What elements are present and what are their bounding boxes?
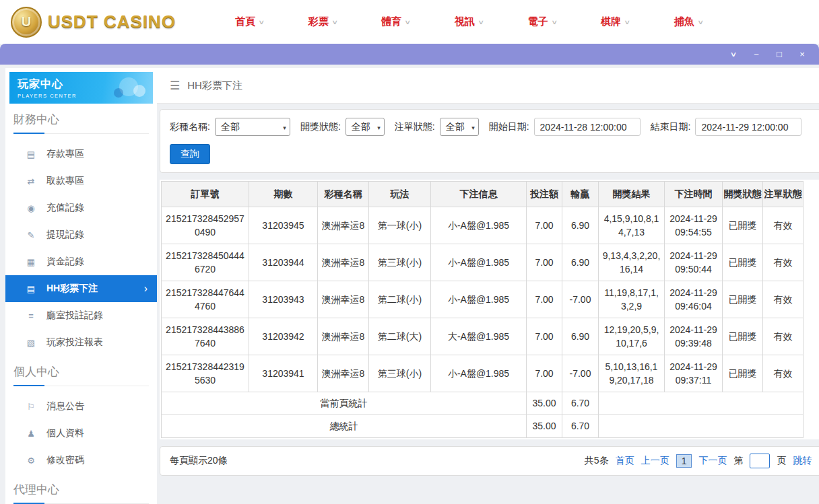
cell: 5,10,13,16,19,20,17,18 <box>599 355 665 392</box>
cell: 第二球(大) <box>369 318 431 355</box>
nav-item-cards[interactable]: 棋牌∨ <box>601 15 630 28</box>
per-page-info: 每頁顯示20條 <box>170 455 228 467</box>
cell: 大-A盤@1.985 <box>431 318 527 355</box>
cell: 2024-11-29 09:39:48 <box>665 318 723 355</box>
sidebar-item-withdrawal-record[interactable]: ✎ 提現記錄 <box>5 221 157 248</box>
sidebar-item-change-password[interactable]: ⚙ 修改密碼 <box>5 447 157 474</box>
cell: 2024-11-29 09:54:55 <box>665 207 723 244</box>
pager: 共5条 首页 上一页 1 下一页 第 页 跳转 <box>585 454 812 468</box>
cell: 小-A盤@1.985 <box>431 207 527 244</box>
page-title: HH彩票下注 <box>187 79 242 92</box>
pagination-bar: 每頁顯示20條 共5条 首页 上一页 1 下一页 第 页 跳转 <box>160 446 819 476</box>
order-status-select[interactable]: 全部 ▾ <box>440 118 479 136</box>
sidebar-item-label: 修改密碼 <box>46 454 84 466</box>
cell: 已開獎 <box>723 244 763 281</box>
bets-table-panel: 訂單號 期數 彩種名稱 玩法 下注信息 投注額 輸贏 開獎結果 下注時間 開獎狀… <box>160 180 819 439</box>
page-summary-row: 當前頁統計 35.00 6.70 <box>162 392 804 415</box>
finance-menu: ▤ 存款專區 ⇄ 取款專區 ◉ 充值記錄 ✎ 提現記錄 ▦ 資金記錄 <box>5 141 157 356</box>
nav-item-lottery[interactable]: 彩票∨ <box>308 15 337 28</box>
table-row: 2152173284438867640 31203942 澳洲幸运8 第二球(大… <box>162 318 804 355</box>
col-header: 投注額 <box>527 182 562 207</box>
current-page[interactable]: 1 <box>676 454 692 468</box>
nav-item-sports[interactable]: 體育∨ <box>381 15 410 28</box>
end-date-input[interactable] <box>695 118 801 136</box>
cell: 小-A盤@1.985 <box>431 355 527 392</box>
sidebar-item-deposit[interactable]: ▤ 存款專區 <box>5 141 157 168</box>
sidebar: 玩家中心 PLAYERS CENTER 財務中心 ▤ 存款專區 ⇄ 取款專區 <box>5 68 157 504</box>
brand[interactable]: U USDT CASINO <box>11 7 176 38</box>
sidebar-item-label: 取款專區 <box>46 175 84 187</box>
logo-letter: U <box>22 14 31 30</box>
table-row: 2152173284476444760 31203943 澳洲幸运8 第二球(小… <box>162 281 804 318</box>
menu-icon[interactable]: ☰ <box>170 79 180 93</box>
cell: 有效 <box>763 244 804 281</box>
section-title-agent: 代理中心 <box>13 482 149 504</box>
sidebar-item-hh-lottery-bets[interactable]: ▤ HH彩票下注 › <box>5 275 157 302</box>
total-summary-winloss: 6.70 <box>562 415 599 438</box>
search-button[interactable]: 查詢 <box>170 144 210 164</box>
col-header: 開獎結果 <box>599 182 665 207</box>
jump-button[interactable]: 跳转 <box>793 455 812 467</box>
end-date-label: 結束日期: <box>651 121 691 133</box>
page-jump-input[interactable] <box>750 454 770 468</box>
col-header: 開獎狀態 <box>723 182 763 207</box>
players-center-title: 玩家中心 <box>18 77 77 92</box>
nav-item-live[interactable]: 視訊∨ <box>455 15 484 28</box>
select-caret-icon: ▾ <box>377 124 381 131</box>
start-date-label: 開始日期: <box>489 121 529 133</box>
draw-status-value: 全部 <box>352 121 370 133</box>
cell: 第三球(小) <box>369 244 431 281</box>
first-page-link[interactable]: 首页 <box>616 455 634 467</box>
draw-status-select[interactable]: 全部 ▾ <box>346 118 385 136</box>
window-maximize-icon[interactable]: □ <box>773 50 785 59</box>
cell: -7.00 <box>562 281 599 318</box>
breadcrumb: ☰ HH彩票下注 <box>157 68 819 104</box>
sidebar-item-funds-record[interactable]: ▦ 資金記錄 <box>5 248 157 275</box>
chevron-down-icon: ∨ <box>478 19 484 26</box>
cell: 第三球(小) <box>369 355 431 392</box>
nav-item-fishing[interactable]: 捕魚∨ <box>674 15 703 28</box>
players-center-subtitle: PLAYERS CENTER <box>18 93 77 99</box>
start-date-input[interactable] <box>534 118 641 136</box>
cell: -7.00 <box>562 355 599 392</box>
nav-label: 棋牌 <box>601 15 621 28</box>
cell: 已開獎 <box>723 281 763 318</box>
top-navigation-bar: U USDT CASINO 首頁∨ 彩票∨ 體育∨ 視訊∨ 電子∨ 棋牌∨ 捕魚… <box>0 0 819 44</box>
brand-title: USDT CASINO <box>48 11 176 32</box>
chevron-down-icon: ∨ <box>331 19 338 26</box>
cell: 有效 <box>763 355 804 392</box>
col-header: 期數 <box>249 182 318 207</box>
withdrawal-record-icon: ✎ <box>26 230 36 240</box>
sidebar-item-announcements[interactable]: ⚐ 消息公告 <box>5 393 157 420</box>
lottery-name-value: 全部 <box>221 121 240 133</box>
sidebar-item-withdraw[interactable]: ⇄ 取款專區 <box>5 168 157 194</box>
select-caret-icon: ▾ <box>283 124 286 131</box>
cell: 已開獎 <box>723 318 763 355</box>
table-row: 2152173284423195630 31203941 澳洲幸运8 第三球(小… <box>162 355 804 392</box>
lottery-name-select[interactable]: 全部 ▾ <box>215 118 290 136</box>
cell: 2152173284423195630 <box>162 355 249 392</box>
personal-menu: ⚐ 消息公告 ♟ 個人資料 ⚙ 修改密碼 <box>5 393 157 474</box>
players-center-title-block: 玩家中心 PLAYERS CENTER <box>18 77 77 99</box>
cell: 6.90 <box>562 244 599 281</box>
nav-label: 體育 <box>381 15 401 28</box>
col-header: 玩法 <box>369 182 431 207</box>
sidebar-item-room-bet-record[interactable]: ≡ 廳室投註記錄 <box>5 302 157 329</box>
funds-record-icon: ▦ <box>26 257 36 267</box>
nav-label: 首頁 <box>235 15 255 28</box>
nav-item-home[interactable]: 首頁∨ <box>235 15 264 28</box>
sidebar-item-profile[interactable]: ♟ 個人資料 <box>5 420 157 447</box>
room-bet-record-icon: ≡ <box>26 311 36 321</box>
cell: 小-A盤@1.985 <box>431 244 527 281</box>
window-minimize-icon[interactable]: − <box>750 50 762 59</box>
prev-page-link[interactable]: 上一页 <box>641 455 669 467</box>
sidebar-item-player-bet-report[interactable]: ▧ 玩家投注報表 <box>5 329 157 356</box>
window-collapse-icon[interactable]: ∨ <box>725 51 743 58</box>
next-page-link[interactable]: 下一页 <box>698 455 727 467</box>
nav-item-slots[interactable]: 電子∨ <box>528 15 557 28</box>
cell: 11,19,8,17,1,3,2,9 <box>599 281 665 318</box>
window-close-icon[interactable]: × <box>796 50 808 59</box>
sidebar-item-recharge-record[interactable]: ◉ 充值記錄 <box>5 194 157 221</box>
cell: 2024-11-29 09:46:04 <box>665 281 723 318</box>
sidebar-item-label: 資金記錄 <box>46 256 84 268</box>
